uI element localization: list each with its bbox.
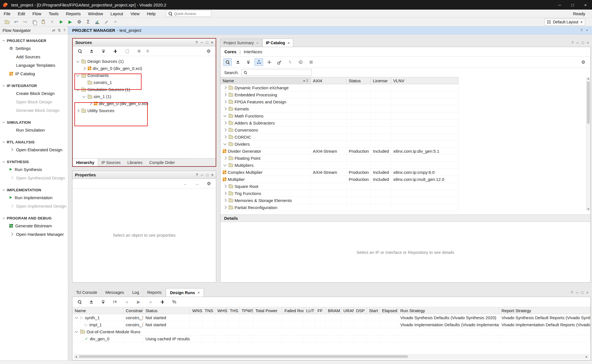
- close-icon[interactable]: ×: [211, 173, 213, 177]
- ip-row[interactable]: Adders & Subtracters: [220, 119, 459, 126]
- nav-section-header[interactable]: PROJECT MANAGER: [0, 37, 68, 44]
- ip-row[interactable]: CORDIC: [220, 134, 459, 141]
- collapse-all-button[interactable]: [87, 47, 96, 55]
- ip-catalog-settings-button[interactable]: ⚙: [579, 58, 587, 66]
- ip-row[interactable]: Multipliers: [220, 162, 459, 169]
- chevron-right-icon[interactable]: [223, 85, 227, 90]
- run-row-ooc-group[interactable]: Out-of-Context Module Runs: [72, 328, 590, 335]
- nav-item-run-implementation[interactable]: Run Implementation: [0, 193, 68, 202]
- expand-selection-button[interactable]: [265, 58, 273, 66]
- ip-row[interactable]: FPGA Features and Design: [220, 98, 459, 105]
- tree-row-constrs-1[interactable]: constrs_1: [73, 79, 216, 86]
- chevron-down-icon[interactable]: [74, 329, 79, 334]
- tree-row-utility-sources[interactable]: Utility Sources: [73, 107, 216, 114]
- column-header-status[interactable]: Status: [346, 77, 371, 84]
- chevron-right-icon[interactable]: [76, 108, 80, 113]
- tab-compile-order[interactable]: Compile Order: [146, 159, 178, 166]
- chevron-right-icon[interactable]: [223, 92, 227, 97]
- help-icon[interactable]: ?: [195, 41, 198, 44]
- scroll-up-icon[interactable]: [587, 78, 589, 79]
- nav-item-open-hardware-manager[interactable]: Open Hardware Manager: [0, 230, 68, 238]
- search-button[interactable]: [223, 58, 232, 66]
- chevron-down-icon[interactable]: [82, 94, 86, 99]
- nav-item-run-synthesis[interactable]: Run Synthesis: [0, 165, 68, 174]
- run-row-synth-1[interactable]: ▷synth_1 constrs_1 Not started Vivado Sy…: [72, 314, 590, 321]
- menu-layout[interactable]: Layout: [107, 10, 127, 17]
- delete-button[interactable]: ×: [48, 18, 56, 26]
- nav-item-generate-bitstream[interactable]: Generate Bitstream: [0, 221, 68, 230]
- chevron-down-icon[interactable]: [223, 114, 227, 118]
- chevron-right-icon[interactable]: [9, 147, 14, 152]
- close-tab-icon[interactable]: ×: [288, 41, 290, 45]
- minimize-icon[interactable]: ─: [576, 41, 579, 45]
- search-button[interactable]: [75, 298, 84, 306]
- ip-search-input[interactable]: [249, 70, 310, 75]
- column-header[interactable]: TNS: [202, 307, 215, 314]
- column-header[interactable]: LUT: [304, 307, 315, 314]
- horizontal-scrollbar[interactable]: [74, 354, 589, 359]
- chevron-right-icon[interactable]: [223, 198, 227, 203]
- nav-item-ip-catalog[interactable]: IP Catalog: [0, 69, 68, 78]
- expand-all-button[interactable]: [99, 298, 107, 306]
- sources-panel-header[interactable]: Sources ? ─ □ ×: [73, 39, 216, 46]
- target-button[interactable]: [296, 58, 305, 66]
- ip-row[interactable]: Embedded Processing: [220, 91, 459, 98]
- customize-ip-button[interactable]: [275, 58, 284, 66]
- column-header[interactable]: FF: [315, 307, 326, 314]
- scroll-right-icon[interactable]: [586, 356, 587, 358]
- float-icon[interactable]: □: [206, 173, 209, 177]
- expand-all-button[interactable]: [244, 58, 253, 66]
- column-header-axi4[interactable]: AXI4: [311, 77, 346, 84]
- column-header[interactable]: BRAM: [326, 307, 341, 314]
- nav-section-header[interactable]: SYNTHESIS: [0, 158, 68, 165]
- tab-hierarchy[interactable]: Hierarchy: [73, 159, 98, 166]
- layout-dropdown[interactable]: Default Layout ▾: [544, 19, 585, 26]
- ip-row[interactable]: Memories & Storage Elements: [220, 197, 459, 204]
- generate-button[interactable]: ϟ: [286, 58, 294, 66]
- close-tab-icon[interactable]: ×: [256, 41, 259, 45]
- chevron-right-icon[interactable]: [223, 184, 227, 188]
- column-header[interactable]: THS: [227, 307, 239, 314]
- nav-item-language-templates[interactable]: Language Templates: [0, 61, 68, 69]
- chevron-down-icon[interactable]: [76, 73, 80, 78]
- column-header[interactable]: Elapsed: [380, 307, 398, 314]
- chevron-right-icon[interactable]: [223, 191, 227, 196]
- nav-section-header[interactable]: IMPLEMENTATION: [0, 187, 68, 193]
- column-header[interactable]: Status: [143, 307, 190, 314]
- chevron-right-icon[interactable]: [88, 101, 92, 106]
- chevron-right-icon[interactable]: [223, 99, 227, 104]
- ip-row[interactable]: Square Root: [220, 183, 459, 190]
- ip-row[interactable]: Floating Point: [220, 155, 459, 162]
- column-header[interactable]: Report Strategy: [499, 307, 590, 314]
- ip-row[interactable]: Trig Functions: [220, 190, 459, 197]
- report-chart-button[interactable]: [93, 18, 101, 26]
- run-row-div-gen-0[interactable]: ✓div_gen_0 Using cached IP results: [72, 335, 590, 342]
- column-header[interactable]: Failed Routes: [282, 307, 304, 314]
- nav-section-header[interactable]: IP INTEGRATOR: [0, 82, 68, 89]
- column-header[interactable]: WNS: [190, 307, 202, 314]
- column-header-license[interactable]: License: [371, 77, 391, 84]
- minimize-icon[interactable]: ─: [576, 291, 578, 294]
- scrollbar-thumb[interactable]: [587, 81, 590, 124]
- menu-help[interactable]: Help: [143, 10, 159, 17]
- quick-access-box[interactable]: [166, 10, 211, 17]
- tab-tcl-console[interactable]: Tcl Console: [72, 288, 101, 297]
- redo-button[interactable]: ↪: [21, 18, 29, 26]
- dock-icon[interactable]: ⇄: [52, 28, 55, 32]
- subtab-cores[interactable]: Cores: [224, 49, 237, 54]
- tab-ip-sources[interactable]: IP Sources: [98, 159, 124, 166]
- column-header[interactable]: Run Strategy: [398, 307, 499, 314]
- minimize-icon[interactable]: ─: [201, 173, 203, 177]
- minimize-icon[interactable]: ─: [200, 41, 203, 44]
- column-header[interactable]: Constraints: [123, 307, 143, 314]
- nav-section-header[interactable]: PROGRAM AND DEBUG: [0, 215, 68, 221]
- close-icon[interactable]: ×: [211, 41, 213, 44]
- nav-item-add-sources[interactable]: Add Sources: [0, 52, 68, 61]
- column-header[interactable]: DSP: [354, 307, 367, 314]
- menu-window[interactable]: Window: [84, 10, 107, 17]
- help-icon[interactable]: ?: [571, 291, 573, 294]
- edit-button[interactable]: [102, 18, 111, 26]
- maximize-button[interactable]: □: [566, 0, 579, 10]
- close-icon[interactable]: ×: [587, 41, 589, 45]
- edit-source-button[interactable]: [123, 47, 131, 55]
